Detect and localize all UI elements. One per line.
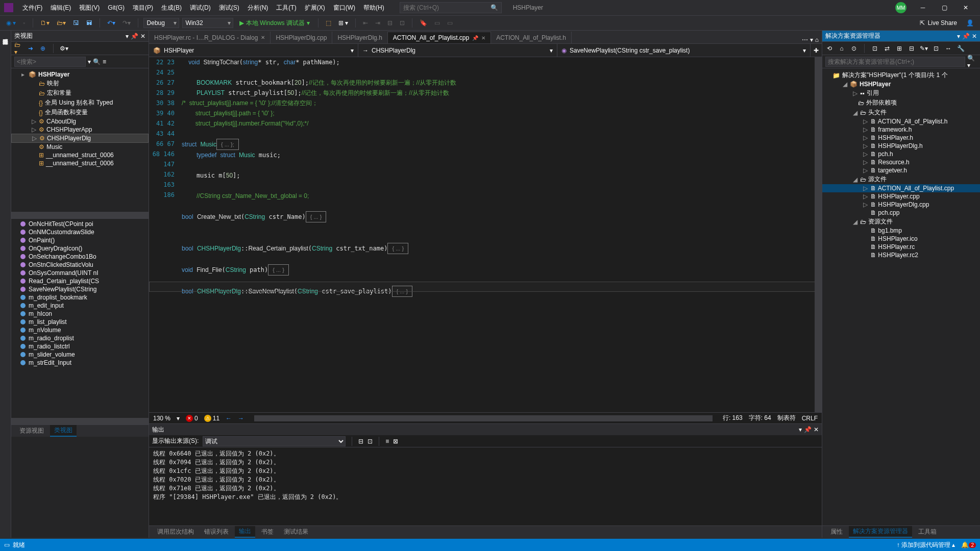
left-rail-tab[interactable]: 服务器资源管理器	[0, 31, 11, 538]
headers-folder[interactable]: ◢🗁 头文件	[822, 108, 980, 117]
tree-item[interactable]: ⚙ Music	[11, 143, 149, 151]
errors-badge[interactable]: ✕0	[186, 415, 198, 422]
tool-icon[interactable]: ✎▾	[920, 44, 928, 53]
file-item[interactable]: ▷🗎 targetver.h	[822, 166, 980, 174]
config-dropdown[interactable]: Debug	[143, 18, 179, 28]
file-tab[interactable]: HSHPlayerDlg.cpp	[271, 32, 332, 43]
output-tool-icon[interactable]: ⊡	[368, 438, 373, 445]
tab-properties[interactable]: 属性	[826, 527, 847, 537]
zoom-level[interactable]: 130 %	[153, 415, 170, 422]
open-icon[interactable]: 🗁▾	[55, 18, 68, 28]
clear-icon[interactable]: ≡	[103, 58, 106, 65]
tree-item[interactable]: 🗁 映射	[11, 79, 149, 88]
undo-icon[interactable]: ↶▾	[105, 18, 117, 28]
nav-next-icon[interactable]: →	[238, 415, 244, 422]
code-area[interactable]: void StringToChar(string* str, char* pat…	[180, 57, 822, 412]
file-item[interactable]: 🗎 pch.cpp	[822, 209, 980, 217]
indent-in-icon[interactable]: ⇥	[373, 18, 382, 28]
tool-icon[interactable]: ⬚	[324, 18, 333, 28]
dropdown-icon[interactable]: ▾	[799, 426, 802, 433]
global-search[interactable]: 🔍	[400, 2, 502, 13]
member-item[interactable]: Read_Certain_playlist(CS	[11, 277, 149, 285]
menu-item[interactable]: 生成(B)	[157, 2, 186, 13]
dropdown-icon[interactable]: ▾	[126, 33, 129, 40]
file-item[interactable]: ▷🗎 HSHPlayer.cpp	[822, 192, 980, 201]
file-tab[interactable]: HSHPlayer.rc - I…R_DIALOG - Dialog ✕	[149, 32, 271, 43]
member-list[interactable]: OnNcHitTest(CPoint poiOnNMCustomdrawSlid…	[11, 218, 149, 417]
tab-class-view[interactable]: 类视图	[50, 425, 77, 437]
solution-root[interactable]: 📁 解决方案"HSHPlayer"(1 个项目/共 1 个	[822, 70, 980, 80]
bookmark-icon[interactable]: 🔖	[418, 18, 429, 28]
menu-item[interactable]: Git(G)	[104, 2, 129, 13]
close-icon[interactable]: ✕	[972, 33, 977, 40]
member-item[interactable]: SaveNewPlaylist(CString	[11, 285, 149, 293]
member-item[interactable]: m_edit_input	[11, 302, 149, 310]
eol-mode[interactable]: CRLF	[802, 415, 818, 422]
menu-item[interactable]: 编辑(E)	[46, 2, 75, 13]
close-icon[interactable]: ✕	[814, 426, 819, 433]
tool-icon[interactable]: ⊡	[932, 44, 940, 53]
tab-toolbox[interactable]: 工具箱	[914, 527, 941, 537]
save-all-icon[interactable]: 🖬	[84, 18, 94, 28]
search-icon[interactable]: 🔍▾	[967, 55, 977, 69]
nav-back-icon[interactable]: ◉ ▾	[4, 18, 18, 28]
split-icon[interactable]: ✚	[811, 47, 822, 54]
pin-icon[interactable]: 📌	[962, 33, 970, 40]
tool-icon[interactable]: ⇄	[883, 44, 891, 53]
sources-folder[interactable]: ◢🗁 源文件	[822, 174, 980, 184]
member-item[interactable]: m_list_playlist	[11, 318, 149, 326]
tree-root[interactable]: ▸📦 HSHPlayer	[11, 70, 149, 79]
nav-scope[interactable]: 📦 HSHPlayer▾	[149, 44, 358, 57]
file-item[interactable]: ▷🗎 pch.h	[822, 150, 980, 158]
redo-icon[interactable]: ↷▾	[120, 18, 133, 28]
tree-item[interactable]: ⊞ __unnamed_struct_0006	[11, 159, 149, 167]
scrollbar-h[interactable]	[11, 211, 149, 218]
pin-icon[interactable]: 📌	[131, 33, 138, 40]
tab-error-list[interactable]: 错误列表	[200, 527, 233, 537]
file-item[interactable]: 🗎 HSHPlayer.rc2	[822, 251, 980, 259]
class-tree[interactable]: ▸📦 HSHPlayer 🗁 映射 🗁 宏和常量 {} 全局 Using 别名和…	[11, 68, 149, 211]
file-item[interactable]: ▷🗎 ACTION_All_of_Playlist.cpp	[822, 184, 980, 192]
tree-item[interactable]: {} 全局函数和变量	[11, 108, 149, 117]
member-item[interactable]: m_droplist_bookmark	[11, 293, 149, 302]
member-item[interactable]: m_nVolume	[11, 326, 149, 334]
tree-item[interactable]: ▷ ⚙ CHSHPlayerDlg	[11, 134, 149, 143]
output-tool-icon[interactable]: ≡	[385, 438, 389, 445]
file-item[interactable]: 🗎 HSHPlayer.rc	[822, 243, 980, 251]
nav-prev-icon[interactable]: ←	[226, 415, 232, 422]
output-tool-icon[interactable]: ⊠	[393, 438, 398, 445]
member-item[interactable]: m_slider_volume	[11, 350, 149, 359]
file-item[interactable]: 🗎 bg1.bmp	[822, 227, 980, 235]
member-item[interactable]: OnStnClickedStaticVolu	[11, 261, 149, 269]
tool-icon[interactable]: ↔	[944, 44, 952, 53]
code-editor[interactable]: 22 23 24 25 26 27 28 29 30 38 39 40 41 4…	[149, 57, 822, 412]
menu-item[interactable]: 分析(N)	[243, 2, 273, 13]
file-item[interactable]: ▷🗎 HSHPlayerDlg.h	[822, 142, 980, 150]
close-button[interactable]: ✕	[955, 1, 976, 15]
search-icon[interactable]: 🔍	[93, 58, 101, 65]
warnings-badge[interactable]: ⚠11	[204, 415, 219, 422]
file-item[interactable]: ▷🗎 framework.h	[822, 126, 980, 134]
file-tab[interactable]: ACTION_All_of_Playlist.h	[491, 32, 572, 43]
file-item[interactable]: ▷🗎 Resource.h	[822, 158, 980, 166]
menu-item[interactable]: 扩展(X)	[301, 2, 329, 13]
member-item[interactable]: OnQueryDragIcon()	[11, 244, 149, 253]
tree-item[interactable]: ▷ ⚙ CAboutDlg	[11, 117, 149, 126]
menu-item[interactable]: 调试(D)	[186, 2, 215, 13]
member-item[interactable]: OnPaint()	[11, 236, 149, 244]
platform-dropdown[interactable]: Win32	[182, 18, 233, 28]
member-item[interactable]: OnNMCustomdrawSlide	[11, 228, 149, 236]
tab-call-hierarchy[interactable]: 调用层次结构	[153, 527, 198, 537]
settings-icon[interactable]: ⚙▾	[60, 44, 68, 53]
tab-resource-view[interactable]: 资源视图	[15, 425, 48, 436]
forward-icon[interactable]: ➜	[27, 44, 35, 53]
tool-icon[interactable]: ⊞	[895, 44, 903, 53]
tabs-more-icon[interactable]: ⋯	[802, 36, 808, 43]
home-icon[interactable]: ⌂	[838, 44, 846, 53]
notifications-button[interactable]: 🔔2	[961, 541, 976, 548]
class-search-input[interactable]	[14, 57, 86, 67]
menu-item[interactable]: 工具(T)	[272, 2, 300, 13]
close-icon[interactable]: ✕	[140, 33, 145, 40]
tabs-dropdown-icon[interactable]: ▾	[810, 36, 813, 43]
tool-icon[interactable]: ⊡	[871, 44, 879, 53]
